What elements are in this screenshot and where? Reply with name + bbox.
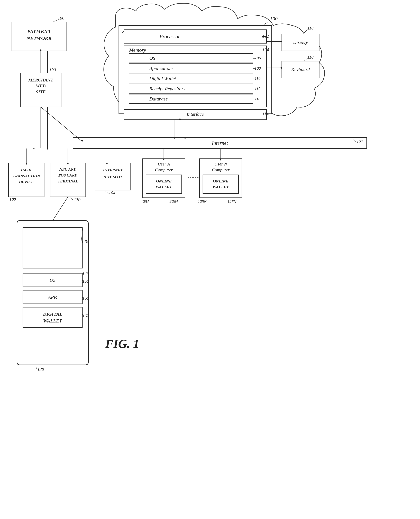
- nfc-label2: POS CARD: [58, 173, 77, 177]
- mobile-screen: [23, 227, 82, 268]
- mobile-wallet-label1: DIGITAL: [43, 311, 62, 317]
- user-a-wallet-label2: WALLET: [156, 185, 172, 189]
- mobile-app-label: APP.: [48, 295, 57, 300]
- digital-wallet-server-box: [129, 74, 253, 83]
- hot-spot-ref: 164: [109, 190, 115, 195]
- internet-ref: 122: [357, 140, 363, 144]
- memory-label: Memory: [129, 47, 146, 53]
- mobile-wallet-box: [23, 307, 82, 327]
- hot-spot-label2: HOT SPOT: [103, 175, 123, 179]
- display-ref: 116: [307, 26, 314, 31]
- user-a-wallet-box: [146, 175, 182, 193]
- display-label: Display: [293, 40, 308, 45]
- user-n-label: User N: [214, 162, 227, 166]
- nfc-ref: 170: [74, 197, 81, 202]
- merchant-ref: 190: [49, 67, 56, 72]
- applications-box: [129, 64, 253, 73]
- cash-label3: DEVICE: [19, 180, 34, 184]
- user-n-computer-label: Computer: [212, 168, 230, 172]
- digital-wallet-ref: 110: [255, 76, 260, 81]
- receipt-repository-box: [129, 84, 253, 93]
- user-n-ref: 125N: [198, 199, 207, 204]
- user-a-computer-label: Computer: [155, 168, 173, 172]
- receipt-repository-label: Receipt Repository: [149, 86, 186, 91]
- os-box: [129, 53, 253, 63]
- payment-network-ref: 180: [58, 16, 64, 21]
- mobile-wallet-ref: 162: [82, 313, 89, 319]
- mobile-device-ref: 130: [37, 367, 44, 372]
- digital-wallet-server-label: Digital Wallet: [149, 76, 176, 81]
- interface-label: Interface: [186, 111, 204, 117]
- processor-box: [124, 30, 267, 43]
- mobile-screen-ref: 140: [82, 239, 88, 244]
- nfc-label3: TERMINAL: [58, 179, 78, 183]
- processor-ref: 102: [262, 34, 269, 39]
- cash-label2: TRANSACTION: [13, 174, 40, 178]
- payment-network-label-line1: PAYMENT: [27, 29, 51, 34]
- keyboard-ref: 118: [307, 55, 314, 59]
- database-label: Database: [149, 96, 168, 102]
- applications-ref: 108: [255, 66, 261, 70]
- merchant-label2: WEB: [36, 83, 46, 89]
- cloud-ref-100: 100: [270, 16, 278, 21]
- memory-ref: 104: [262, 47, 269, 52]
- user-n-wallet-label1: ONLINE: [213, 179, 228, 183]
- processor-label: Processor: [159, 34, 180, 39]
- cash-label1: CASH: [21, 168, 32, 172]
- fig-label: FIG. 1: [105, 337, 139, 351]
- os-ref: 106: [255, 56, 261, 60]
- payment-network-label-line2: NETWORK: [26, 35, 52, 41]
- user-n-wallet-label2: WALLET: [213, 185, 229, 189]
- os-label: OS: [149, 55, 155, 61]
- interface-ref: 114: [262, 111, 269, 116]
- mobile-app-ref: 160: [82, 296, 89, 301]
- user-a-wallet-ref: 126A: [170, 199, 178, 204]
- receipt-repository-ref: 112: [255, 86, 260, 91]
- user-n-wallet-box: [203, 175, 239, 193]
- applications-label: Applications: [149, 66, 173, 71]
- internet-label: Internet: [212, 140, 228, 146]
- user-a-wallet-label1: ONLINE: [156, 179, 172, 183]
- mobile-wallet-label2: WALLET: [43, 318, 62, 324]
- user-a-ref: 125A: [141, 199, 150, 204]
- mobile-ref-145: 145: [82, 271, 89, 276]
- nfc-label1: NFC AND: [59, 167, 76, 171]
- hot-spot-label1: INTERNET: [103, 168, 123, 172]
- merchant-label1: MERCHANT: [28, 78, 53, 82]
- keyboard-label: Keyboard: [291, 67, 310, 72]
- merchant-label3: SITE: [36, 89, 46, 94]
- database-box: [129, 94, 253, 104]
- user-a-label: User A: [158, 162, 170, 166]
- database-ref: 113: [255, 96, 260, 101]
- user-n-wallet-ref: 126N: [227, 199, 237, 204]
- mobile-os-label: OS: [50, 277, 55, 283]
- mobile-os-ref: 150: [82, 279, 89, 284]
